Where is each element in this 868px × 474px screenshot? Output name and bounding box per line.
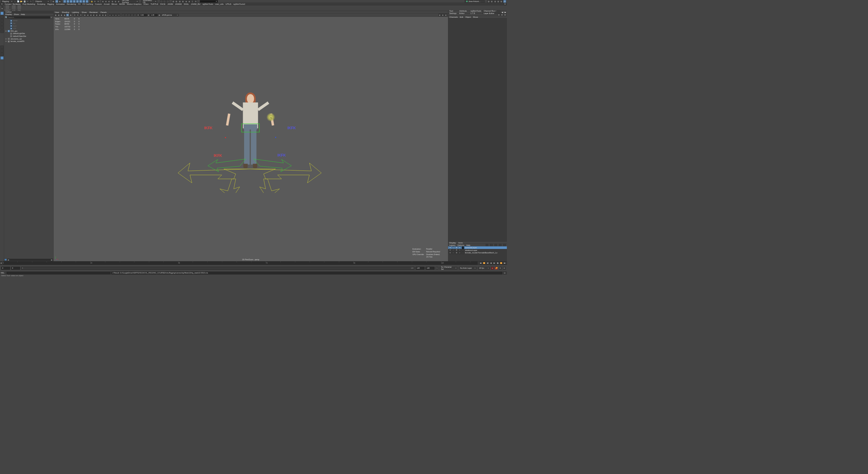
shelf-nav-icon[interactable]: ▶ (504, 3, 506, 5)
anim-layer-dropdown[interactable]: No Anim Layer (459, 267, 477, 269)
go-end-icon[interactable]: ⏭ (503, 262, 506, 264)
gear-icon[interactable]: ⚙ (137, 14, 139, 16)
go-start-icon[interactable]: ⏮ (479, 262, 482, 264)
viewport[interactable]: Verts:8654500 Edges:15415100 Faces:68459… (54, 17, 448, 261)
layer-ref-toggle[interactable]: R (455, 249, 458, 251)
vp-tool-icon[interactable]: ◐ (90, 14, 92, 16)
win-icon[interactable]: ▦ (494, 0, 496, 3)
vp-tool-icon[interactable]: ▢ (131, 14, 134, 16)
vp-tool-icon[interactable]: ● (109, 14, 111, 16)
outliner-item-object-set[interactable]: ○defaultObjectSet (4, 35, 53, 38)
tool-icon[interactable]: ◐ (118, 0, 120, 3)
tab-nav-icon[interactable]: ◀ (500, 11, 504, 13)
layer-tab-display[interactable]: Display (449, 241, 456, 243)
layer-ref-toggle[interactable]: R (455, 252, 458, 254)
shelf-tab[interactable]: Animation (56, 3, 65, 5)
layer-menu-options[interactable]: Options (457, 244, 464, 246)
layer-ref-toggle[interactable]: R (455, 247, 458, 249)
tool-icon[interactable]: ◐ (108, 0, 110, 3)
outliner-tree[interactable]: ▣persp ▣top ▣front ▣side ⊞◈RIG_grp ○defa… (4, 19, 53, 258)
layer-action-icon[interactable] (490, 244, 493, 246)
vp-tool-icon[interactable]: ▣ (63, 14, 66, 16)
vp-tool-icon[interactable]: ◐ (84, 14, 86, 16)
layout-two-icon[interactable] (0, 53, 3, 56)
outliner-item-top[interactable]: ▣top (4, 22, 53, 25)
character-set-dropdown[interactable]: No Character Set (439, 267, 458, 269)
render-icon[interactable]: ▦ (178, 0, 181, 3)
layer-action-icon[interactable] (486, 244, 488, 246)
vp-tool-icon[interactable]: ⊞ (76, 14, 79, 16)
vp-tool-icon[interactable]: ▣ (60, 14, 63, 16)
expand-icon[interactable]: ⊞ (5, 30, 7, 32)
vp-menu-view[interactable]: View (55, 11, 59, 13)
tool-icon[interactable]: ◐ (111, 0, 114, 3)
outliner-item-rig-grp[interactable]: ⊞◈RIG_grp (4, 30, 53, 32)
win-icon[interactable]: ▦ (500, 0, 503, 3)
vp-tool-icon[interactable]: ◐ (102, 14, 104, 16)
ipr-icon[interactable]: ◉ (185, 0, 188, 3)
vp-tool-icon[interactable]: ◐ (442, 14, 444, 16)
renderer-dropdown[interactable] (200, 0, 218, 2)
outliner-search-input[interactable] (8, 16, 50, 18)
sel-mode-icon[interactable]: ▣ (52, 0, 55, 3)
paint-tool-icon[interactable] (0, 19, 3, 22)
layer-playback-toggle[interactable]: P (452, 249, 454, 251)
toolbar-icon[interactable]: ○ (14, 0, 16, 3)
anim-end-input[interactable]: 120 (426, 267, 435, 269)
shelf-button-loc[interactable] (12, 5, 16, 10)
shelf-tab[interactable]: FX Caching (83, 3, 93, 5)
shelf-tab[interactable]: JAMM_BU (191, 3, 200, 5)
layout-icon[interactable]: ▢ (163, 0, 166, 3)
vp-menu-shading[interactable]: Shading (62, 11, 69, 13)
fps-dropdown[interactable]: 24 fps (478, 267, 490, 269)
cb-menu-object[interactable]: Object (465, 16, 471, 18)
rotate-tool-icon[interactable] (0, 26, 3, 29)
shelf-tab[interactable]: FACE (160, 3, 165, 5)
cb-menu-channels[interactable]: Channels (449, 16, 458, 18)
sel-mode-icon[interactable]: ▣ (59, 0, 61, 3)
layer-menu-help[interactable]: Help (466, 244, 470, 246)
tab-nav-icon[interactable]: ▶ (504, 11, 507, 13)
render-icon[interactable]: ▦ (175, 0, 178, 3)
win-icon[interactable]: ▦ (488, 0, 490, 3)
layer-color[interactable] (462, 247, 464, 249)
render-icon[interactable]: ▦ (182, 0, 184, 3)
time-slider[interactable]: 024487296120 (3, 262, 478, 265)
outliner-item-female-model-rn[interactable]: ⊞◈female_modelRN (4, 40, 53, 43)
vp-tool-icon[interactable]: ▢ (125, 14, 128, 16)
select-tool-icon[interactable] (0, 12, 3, 15)
layer-color[interactable] (462, 249, 464, 251)
command-input[interactable] (7, 272, 110, 274)
shelf-nav-icon[interactable]: ◀ (1, 3, 3, 5)
vp-tool-icon[interactable]: ▣ (69, 14, 72, 16)
save-scene-icon[interactable]: 💾 (23, 0, 26, 3)
scroll-left-icon[interactable]: ◀ (8, 259, 10, 261)
expand-icon[interactable]: ⊞ (5, 40, 7, 42)
snap-icon[interactable]: ◈ (83, 0, 85, 3)
expand-icon[interactable]: ⊞ (5, 38, 7, 40)
shelf-tab[interactable]: Sculpting (37, 3, 45, 5)
vp-tool-icon[interactable]: ◐ (445, 14, 447, 16)
outliner-item-side[interactable]: ▣side (4, 27, 53, 30)
layer-action-icon[interactable] (503, 244, 506, 246)
win-icon[interactable]: ▦ (497, 0, 500, 3)
snap-icon[interactable]: ◈ (73, 0, 76, 3)
shelf-tab[interactable]: JAMM (167, 3, 173, 5)
snap-icon[interactable]: ◈ (66, 0, 69, 3)
vp-tool-icon[interactable]: ◐ (95, 14, 98, 16)
layer-row-skeleton[interactable]: V P R / skeletonLayer (448, 249, 507, 252)
shelf-tab[interactable]: Poly Modeling (23, 3, 35, 5)
next-key-icon[interactable]: |▶ (496, 262, 499, 264)
near-clip-input[interactable]: 0.00 (140, 14, 147, 16)
set-key-icon[interactable]: 🔑 (495, 267, 498, 269)
selection-filter-dropdown[interactable]: Objects (34, 0, 50, 2)
vp-tool-icon[interactable]: ▢ (122, 14, 124, 16)
sel-mode-icon[interactable]: ▣ (55, 0, 58, 3)
shelf-tab[interactable]: SKEL (184, 3, 189, 5)
shelf-button-pac[interactable] (17, 5, 21, 10)
tool-icon[interactable]: ◐ (105, 0, 107, 3)
layer-vis-toggle[interactable]: V (449, 247, 451, 249)
range-icon[interactable]: ▢ (436, 267, 438, 269)
pause-icon[interactable]: ‖ (191, 0, 194, 3)
tool-icon[interactable]: ⊞ (93, 0, 96, 3)
